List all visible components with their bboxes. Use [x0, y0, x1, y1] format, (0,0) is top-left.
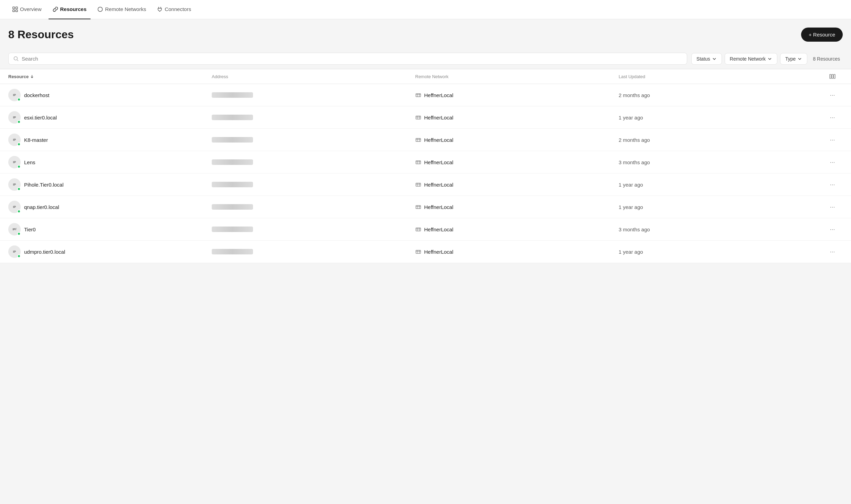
network-icon [415, 226, 421, 232]
column-header-resource[interactable]: Resource [8, 74, 212, 79]
last-updated-cell: 1 year ago [619, 182, 822, 188]
column-header-remote-network: Remote Network [415, 74, 619, 79]
network-icon [415, 249, 421, 255]
network-cell: HeffnerLocal [415, 204, 619, 210]
last-updated-cell: 2 months ago [619, 92, 822, 98]
row-actions-button[interactable]: ··· [827, 113, 838, 123]
network-cell: HeffnerLocal [415, 159, 619, 165]
column-toggle-button[interactable] [822, 73, 843, 80]
svg-point-5 [14, 56, 18, 60]
sort-down-icon [30, 74, 34, 78]
filter-bar: Status Remote Network Type 8 Resources [0, 49, 851, 69]
nav-overview-label: Overview [20, 6, 42, 12]
top-nav: Overview Resources Remote Networks Conne… [0, 0, 851, 19]
row-actions-button[interactable]: ··· [827, 157, 838, 167]
network-cell: HeffnerLocal [415, 114, 619, 120]
avatar: IP [8, 245, 21, 258]
row-actions-button[interactable]: ··· [827, 247, 838, 257]
svg-rect-6 [830, 74, 831, 78]
svg-rect-37 [416, 250, 421, 253]
nav-overview[interactable]: Overview [8, 0, 46, 19]
grid-icon [12, 7, 18, 12]
table-header: Resource Address Remote Network Last Upd… [0, 69, 851, 84]
avatar: IP [8, 156, 21, 168]
add-resource-button[interactable]: + Resource [801, 28, 843, 42]
address-cell [212, 137, 415, 143]
status-dot [17, 98, 21, 101]
resource-cell: IP udmpro.tier0.local [8, 245, 212, 258]
actions-cell: ··· [822, 247, 843, 257]
blurred-address [212, 182, 253, 187]
svg-rect-29 [416, 206, 421, 209]
row-actions-button[interactable]: ··· [827, 135, 838, 145]
nav-remote-networks-label: Remote Networks [105, 6, 146, 12]
resource-cell: IP/ Tier0 [8, 223, 212, 235]
address-cell [212, 227, 415, 232]
last-updated-cell: 1 year ago [619, 204, 822, 210]
row-actions-button[interactable]: ··· [827, 90, 838, 100]
network-icon [415, 181, 421, 188]
network-icon [415, 159, 421, 165]
svg-rect-1 [16, 7, 18, 9]
actions-cell: ··· [822, 202, 843, 212]
network-icon [415, 92, 421, 98]
status-dot [17, 187, 21, 191]
avatar: IP [8, 178, 21, 191]
svg-rect-0 [13, 7, 15, 9]
remote-network-filter-button[interactable]: Remote Network [725, 53, 777, 65]
network-cell: HeffnerLocal [415, 249, 619, 255]
resources-table: Resource Address Remote Network Last Upd… [0, 69, 851, 263]
nav-resources[interactable]: Resources [49, 0, 91, 19]
resources-count: 8 Resources [810, 56, 843, 62]
resource-name: Tier0 [24, 227, 36, 232]
nav-connectors-label: Connectors [165, 6, 191, 12]
search-icon [13, 56, 19, 62]
chevron-down-icon [712, 56, 717, 61]
resource-name: udmpro.tier0.local [24, 249, 65, 255]
blurred-address [212, 115, 253, 120]
last-updated-cell: 3 months ago [619, 227, 822, 232]
type-filter-button[interactable]: Type [780, 53, 807, 65]
resource-cell: IP K8-master [8, 134, 212, 146]
avatar: IP [8, 111, 21, 124]
status-dot [17, 210, 21, 213]
row-actions-button[interactable]: ··· [827, 224, 838, 234]
status-filter-button[interactable]: Status [691, 53, 722, 65]
avatar: IP [8, 89, 21, 101]
status-dot [17, 232, 21, 235]
blurred-address [212, 92, 253, 98]
svg-rect-13 [416, 116, 421, 119]
address-cell [212, 249, 415, 254]
blurred-address [212, 137, 253, 143]
table-row: IP qnap.tier0.local HeffnerLocal 1 year … [0, 196, 851, 218]
link-icon [53, 7, 58, 12]
address-cell [212, 115, 415, 120]
filter-controls: Status Remote Network Type 8 Resources [691, 53, 843, 65]
page-title: 8 Resources [8, 28, 74, 41]
actions-cell: ··· [822, 113, 843, 123]
svg-rect-17 [416, 138, 421, 141]
avatar: IP/ [8, 223, 21, 235]
last-updated-cell: 1 year ago [619, 115, 822, 120]
blurred-address [212, 204, 253, 210]
resource-name: esxi.tier0.local [24, 115, 57, 120]
svg-rect-2 [13, 10, 15, 12]
resource-cell: IP dockerhost [8, 89, 212, 101]
network-cell: HeffnerLocal [415, 226, 619, 232]
search-input[interactable] [22, 56, 682, 62]
svg-rect-8 [834, 74, 835, 78]
row-actions-button[interactable]: ··· [827, 180, 838, 190]
search-box [8, 53, 687, 65]
table-row: IP udmpro.tier0.local HeffnerLocal 1 yea… [0, 241, 851, 263]
plug-icon [157, 7, 162, 12]
status-dot [17, 165, 21, 168]
resource-name: Lens [24, 159, 35, 165]
nav-connectors[interactable]: Connectors [153, 0, 195, 19]
row-actions-button[interactable]: ··· [827, 202, 838, 212]
last-updated-cell: 2 months ago [619, 137, 822, 143]
last-updated-cell: 1 year ago [619, 249, 822, 255]
actions-cell: ··· [822, 180, 843, 190]
table-row: IP esxi.tier0.local HeffnerLocal 1 year … [0, 106, 851, 129]
avatar: IP [8, 134, 21, 146]
nav-remote-networks[interactable]: Remote Networks [93, 0, 150, 19]
